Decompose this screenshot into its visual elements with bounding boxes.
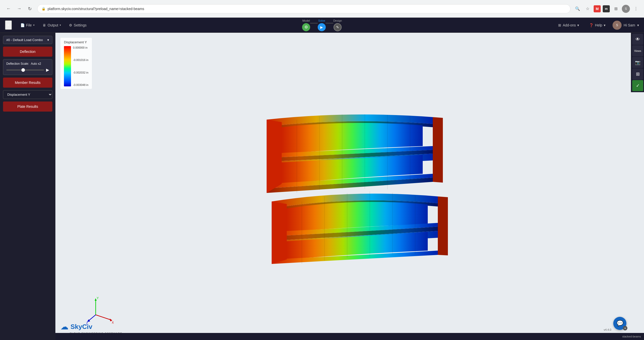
workflow-model-step[interactable]: Model ⚙ xyxy=(302,19,310,31)
profile-icon-m[interactable]: m xyxy=(603,5,610,12)
workflow-solve-step[interactable]: Solve ▶ xyxy=(318,19,326,31)
browser-nav-buttons: ← → ↻ xyxy=(4,4,34,13)
slider-thumb[interactable] xyxy=(21,68,25,72)
y-label: Y xyxy=(97,296,99,300)
legend-labels: 0.000000 in -0.001016 in -0.002032 in -0… xyxy=(73,46,88,86)
layers-icon: ⊞ xyxy=(636,71,640,77)
views-button[interactable]: Views xyxy=(632,45,643,56)
sidebar: #0 - Default Load Combo ▾ Deflection Def… xyxy=(0,33,55,340)
help-button[interactable]: ❓ Help ▾ xyxy=(586,22,609,29)
right-toolbar: 👁 Views 📷 ⊞ ✓ xyxy=(631,33,644,92)
color-legend: Displacement Y 0.000000 in -0.001016 in … xyxy=(60,38,92,89)
workflow-design-step[interactable]: Design ✎ xyxy=(333,19,342,31)
lower-beam-left-cap xyxy=(272,201,287,264)
avatar: S xyxy=(622,5,630,13)
address-bar[interactable]: 🔒 platform.skyciv.com/structural?preload… xyxy=(37,4,570,13)
app-container: ≡ 📄 File ▾ 🖥 Output ▾ ⚙ Settings Model ⚙ xyxy=(0,18,644,340)
legend-value-2: -0.002032 in xyxy=(73,71,88,74)
lock-icon: 🔒 xyxy=(42,7,46,11)
browser-actions: 🔍 ☆ M m ⊞ S ⋮ xyxy=(574,5,640,13)
back-button[interactable]: ← xyxy=(4,4,13,13)
member-results-button[interactable]: Member Results xyxy=(3,78,52,88)
coord-svg: Y X Z xyxy=(86,295,116,325)
deflection-scale-slider[interactable] xyxy=(6,70,44,71)
plate-results-button[interactable]: Plate Results xyxy=(3,101,52,112)
gmail-icon[interactable]: M xyxy=(594,5,601,12)
camera-icon: 📷 xyxy=(635,60,640,65)
camera-button[interactable]: 📷 xyxy=(632,57,643,68)
eye-icon: 👁 xyxy=(635,37,640,42)
forward-button[interactable]: → xyxy=(15,4,24,13)
reload-button[interactable]: ↻ xyxy=(25,4,34,13)
bookmark-button[interactable]: ☆ xyxy=(584,5,592,13)
help-chevron-icon: ▾ xyxy=(604,23,605,27)
load-combo-select[interactable]: #0 - Default Load Combo ▾ xyxy=(3,36,52,44)
play-button[interactable]: ▶ xyxy=(46,67,49,72)
user-greeting[interactable]: S Hi Sam ▾ xyxy=(613,21,639,30)
solve-circle: ▶ xyxy=(318,23,326,31)
chat-icon: 💬 xyxy=(617,320,623,327)
step-connector-1 xyxy=(310,23,318,23)
legend-value-1: -0.001016 in xyxy=(73,58,88,61)
eye-button[interactable]: 👁 xyxy=(632,34,643,45)
output-menu-item[interactable]: 🖥 Output ▾ xyxy=(39,21,64,29)
app-header: ≡ 📄 File ▾ 🖥 Output ▾ ⚙ Settings Model ⚙ xyxy=(0,18,644,33)
browser-chrome: ← → ↻ 🔒 platform.skyciv.com/structural?p… xyxy=(0,0,644,18)
menu-button[interactable]: ⋮ xyxy=(632,5,640,13)
x-axis xyxy=(96,315,111,320)
layers-button[interactable]: ⊞ xyxy=(632,69,643,80)
version-badge: v4.4.0 xyxy=(604,328,611,331)
legend-gradient-bar xyxy=(64,46,71,86)
file-menu-item[interactable]: 📄 File ▾ xyxy=(17,21,38,29)
user-avatar: S xyxy=(613,21,622,30)
status-bar: stacked-beams xyxy=(55,333,644,340)
beams-svg xyxy=(241,96,468,272)
user-profile-button[interactable]: S xyxy=(622,5,630,13)
user-chevron-icon: ▾ xyxy=(637,23,639,27)
logo-main: ☁ SkyCiv xyxy=(60,322,92,331)
design-circle: ✎ xyxy=(334,23,342,31)
model-circle: ⚙ xyxy=(302,23,310,31)
coordinate-system: Y X Z xyxy=(86,295,116,325)
lower-beam-right-cap xyxy=(438,196,448,255)
hamburger-button[interactable]: ≡ xyxy=(5,20,12,30)
upper-beam-left-cap xyxy=(267,120,282,193)
scale-label: Deflection Scale: Auto x2 xyxy=(6,62,49,65)
legend-title: Displacement Y xyxy=(64,40,88,44)
displacement-select[interactable]: Displacement X Displacement Y Displaceme… xyxy=(3,90,52,99)
search-button[interactable]: 🔍 xyxy=(574,5,582,13)
project-name: stacked-beams xyxy=(622,335,641,338)
views-label: Views xyxy=(634,50,641,52)
step-connector-2 xyxy=(326,23,333,23)
deflection-button[interactable]: Deflection xyxy=(3,47,52,57)
legend-value-0: 0.000000 in xyxy=(73,46,88,49)
extensions-button[interactable]: ⊞ xyxy=(612,5,620,13)
upper-beam-right-cap xyxy=(433,117,443,183)
deflection-scale-box: Deflection Scale: Auto x2 ▶ xyxy=(3,59,52,75)
logo-text: SkyCiv xyxy=(70,323,92,331)
z-axis xyxy=(88,315,96,321)
main-content: Displacement Y 0.000000 in -0.001016 in … xyxy=(55,33,644,340)
slider-row: ▶ xyxy=(6,67,49,72)
workflow-steps: Model ⚙ Solve ▶ Design ✎ xyxy=(302,19,342,31)
beams-visualization xyxy=(81,48,629,320)
settings-menu-item[interactable]: ⚙ Settings xyxy=(65,21,90,29)
check-button[interactable]: ✓ xyxy=(632,80,643,91)
output-chevron-icon: ▾ xyxy=(60,24,61,26)
header-nav: 📄 File ▾ 🖥 Output ▾ ⚙ Settings xyxy=(17,21,550,29)
check-icon: ✓ xyxy=(636,83,640,88)
addons-chevron-icon: ▾ xyxy=(577,23,579,27)
chat-close-button[interactable]: ✕ xyxy=(623,326,627,330)
y-arrow xyxy=(95,298,97,301)
legend-value-3: -0.003048 in xyxy=(73,83,88,86)
url-text: platform.skyciv.com/structural?preload_n… xyxy=(48,7,144,11)
cloud-icon: ☁ xyxy=(60,322,68,331)
load-combo-chevron-icon: ▾ xyxy=(47,38,49,42)
main-layout: #0 - Default Load Combo ▾ Deflection Def… xyxy=(0,33,644,340)
header-right: ⊞ Add-ons ▾ ❓ Help ▾ S Hi Sam ▾ xyxy=(555,21,639,30)
file-chevron-icon: ▾ xyxy=(33,24,34,26)
legend-bar-container: 0.000000 in -0.001016 in -0.002032 in -0… xyxy=(64,46,88,86)
addons-button[interactable]: ⊞ Add-ons ▾ xyxy=(555,22,582,29)
